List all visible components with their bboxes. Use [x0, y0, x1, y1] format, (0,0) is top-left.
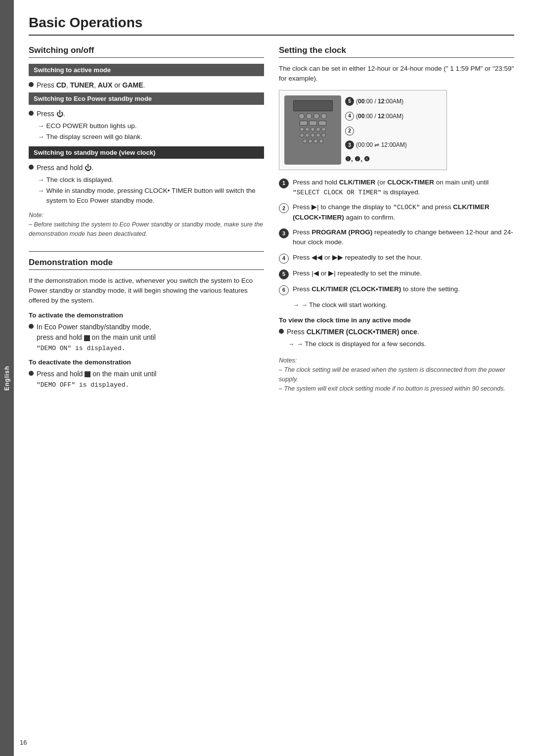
clock-row-5: 5 (00:00 / 12:00AM) [345, 97, 442, 106]
stop-icon [84, 335, 90, 341]
active-mode-item: Press CD, TUNER, AUX or GAME. [29, 80, 264, 90]
device-btn-sm [316, 133, 320, 137]
deactivate-demo-item: Press and hold on the main unit until "D… [29, 369, 264, 390]
clock-notes: Notes: – The clock setting will be erase… [279, 356, 514, 393]
step-circle-3: 3 [279, 228, 289, 238]
clock-row-3: 3 (00:00 ⇌ 12:00AM) [345, 140, 442, 149]
clock-row-4: 4 (00:00 / 12:00AM) [345, 112, 442, 121]
device-btn [321, 113, 327, 119]
device-controls-row2 [287, 121, 338, 126]
clock-time-5: (00:00 / 12:00AM) [356, 98, 403, 105]
deactivate-demo-title: To deactivate the demonstration [29, 358, 264, 366]
clock-time-3: (00:00 ⇌ 12:00AM) [356, 141, 407, 148]
clock-intro: The clock can be set in either 12-hour o… [279, 64, 514, 84]
activate-demo-item: In Eco Power standby/standby mode, press… [29, 322, 264, 354]
bold-00-4: 00 [358, 113, 364, 120]
bold-12-4: 12 [378, 113, 384, 120]
standby-mode-header: Switching to standby mode (view clock) [29, 146, 264, 159]
device-btn [306, 113, 312, 119]
page-title: Basic Operations [29, 15, 514, 36]
sidebar-language-tab: English [0, 0, 14, 756]
active-mode-header: Switching to active mode [29, 64, 264, 76]
circle-2: 2 [345, 127, 354, 135]
device-btn-sm [305, 133, 310, 137]
device-btn-sm [321, 127, 326, 132]
step-5-text: Press |◀ or ▶| repeatedly to set the min… [293, 268, 514, 278]
device-illustration [284, 95, 341, 165]
device-btn-sm [300, 127, 304, 132]
clock-row-bottom: ❶, ❷, ❻ [345, 155, 442, 163]
step-circle-2: 2 [279, 203, 289, 213]
bold-00: 00 [358, 98, 364, 105]
device-btn-sm [311, 133, 315, 137]
clock-row-2: 2 [345, 127, 442, 135]
clock-step-2: 2 Press ▶| to change the display to "CLO… [279, 202, 514, 222]
standby-arrow1: → The clock is displayed. [38, 175, 264, 185]
clock-step-1: 1 Press and hold CLK/TIMER (or CLOCK•TIM… [279, 178, 514, 198]
active-mode-text: Press CD, TUNER, AUX or GAME. [37, 80, 264, 90]
device-controls-row3 [287, 127, 338, 132]
circle-4: 4 [345, 112, 354, 121]
device-btn-sm [300, 133, 304, 137]
device-btn-sm [316, 127, 320, 132]
device-controls-row4 [287, 133, 338, 137]
eco-arrow1: → ECO POWER button lights up. [38, 121, 264, 131]
demo-off-display: "DEMO OFF" is displayed. [37, 381, 129, 389]
view-clock-item: Press CLK/TIMER (CLOCK•TIMER) once. [279, 327, 514, 337]
right-column: Setting the clock The clock can be set i… [279, 45, 514, 393]
step-circle-5: 5 [279, 269, 289, 279]
activate-demo-text: In Eco Power standby/standby mode, press… [37, 322, 264, 354]
device-btn-rect [318, 121, 326, 126]
device-btn-sm [313, 139, 318, 143]
device-btn-sm [319, 139, 323, 143]
page-number: 16 [20, 739, 27, 746]
arrow-icon-3: → [38, 175, 44, 185]
clock-section-title: Setting the clock [279, 45, 514, 58]
eco-arrow2: → The display screen will go blank. [38, 132, 264, 142]
eco-mode-item: Press ⏻. [29, 109, 264, 119]
clock-section: Setting the clock The clock can be set i… [279, 45, 514, 393]
bullet-dot-clock [279, 329, 284, 334]
step-2-text: Press ▶| to change the display to "CLOCK… [293, 202, 514, 222]
device-btn-sm [311, 127, 315, 132]
step-6-arrow: → → The clock will start working. [293, 300, 514, 310]
step-circle-4: 4 [279, 254, 289, 264]
view-clock-title: To view the clock time in any active mod… [279, 316, 514, 324]
step-4-text: Press ◀◀ or ▶▶ repeatedly to set the hou… [293, 253, 514, 263]
switching-section: Switching on/off Switching to active mod… [29, 45, 264, 239]
demo-section-title: Demonstration mode [29, 258, 264, 270]
standby-text: Press and hold ⏻. [37, 163, 264, 173]
standby-mode-item: Press and hold ⏻. [29, 163, 264, 173]
circle-5-filled: 5 [345, 97, 354, 106]
arrow-icon-2: → [38, 132, 44, 142]
activate-demo-title: To activate the demonstration [29, 311, 264, 319]
arrow-icon-clock: → [288, 339, 295, 349]
clock-labels: 5 (00:00 / 12:00AM) 4 (00:00 / 12:00AM) [341, 95, 442, 165]
bullet-dot [29, 82, 34, 87]
left-column: Switching on/off Switching to active mod… [29, 45, 264, 393]
device-btn-sm [305, 127, 310, 132]
device-btn-sm [321, 133, 326, 137]
step-circle-1: 1 [279, 178, 289, 188]
eco-mode-header: Switching to Eco Power standby mode [29, 92, 264, 105]
step-3-text: Press PROGRAM (PROG) repeatedly to chang… [293, 227, 514, 248]
device-btn [313, 113, 319, 119]
device-controls-row5 [287, 139, 338, 143]
device-btn [299, 113, 305, 119]
eco-mode-text: Press ⏻. [37, 109, 264, 119]
switching-section-title: Switching on/off [29, 45, 264, 58]
deactivate-demo-text: Press and hold on the main unit until "D… [37, 369, 264, 390]
device-screen [293, 100, 333, 111]
demo-section: Demonstration mode If the demonstration … [29, 251, 264, 390]
clock-step-3: 3 Press PROGRAM (PROG) repeatedly to cha… [279, 227, 514, 248]
view-clock-arrow: → → The clock is displayed for a few sec… [288, 339, 514, 349]
device-btn-sm [303, 139, 307, 143]
demo-on-display: "DEMO ON" is displayed. [37, 345, 125, 352]
standby-arrow2: → While in standby mode, pressing CLOCK•… [38, 186, 264, 206]
device-controls-row1 [287, 113, 338, 119]
device-btn-rect [309, 121, 317, 126]
view-clock-section: To view the clock time in any active mod… [279, 316, 514, 349]
step-6-text: Press CLK/TIMER (CLOCK•TIMER) to store t… [293, 284, 514, 294]
step-1-text: Press and hold CLK/TIMER (or CLOCK•TIMER… [293, 178, 514, 198]
step-circle-6: 6 [279, 285, 289, 295]
